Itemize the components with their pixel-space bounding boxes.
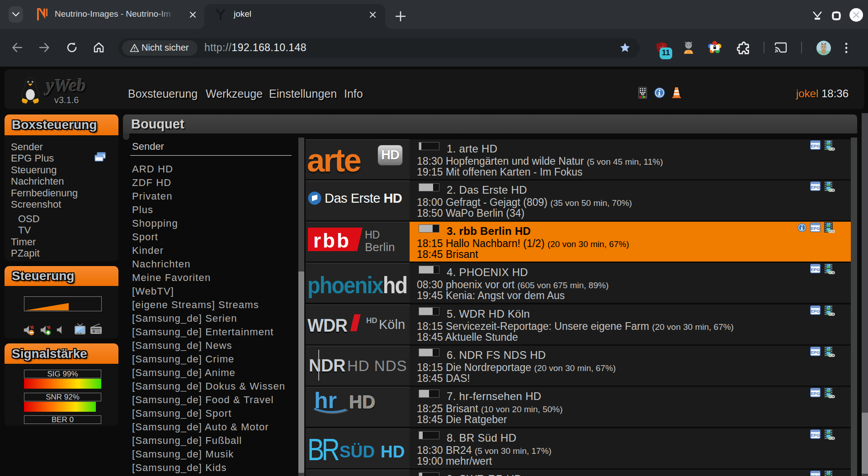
svg-text:EPG: EPG: [811, 267, 820, 272]
svg-text:EPG: EPG: [811, 185, 820, 190]
svg-text:EPG: EPG: [811, 143, 820, 148]
svg-text:EPG: EPG: [811, 309, 820, 314]
svg-text:EPG: EPG: [811, 474, 820, 476]
svg-text:EPG: EPG: [811, 226, 820, 231]
svg-text:EPG: EPG: [811, 433, 820, 438]
svg-text:EPG: EPG: [811, 391, 820, 396]
svg-text:rbb: rbb: [313, 229, 351, 251]
svg-text:EPG: EPG: [811, 350, 820, 355]
